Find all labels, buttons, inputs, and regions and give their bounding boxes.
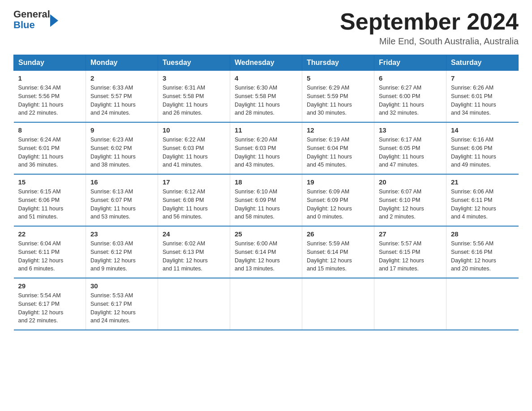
day-info: Sunrise: 5:59 AMSunset: 6:14 PMDaylight:… (307, 240, 369, 273)
calendar-cell: 24Sunrise: 6:02 AMSunset: 6:13 PMDayligh… (158, 226, 230, 278)
logo-arrow-icon (50, 14, 58, 27)
weekday-header-row: SundayMondayTuesdayWednesdayThursdayFrid… (14, 55, 519, 71)
month-title: September 2024 (340, 9, 519, 34)
day-number: 30 (90, 282, 153, 290)
location-subtitle: Mile End, South Australia, Australia (340, 36, 519, 47)
day-number: 4 (235, 74, 297, 82)
day-number: 19 (307, 178, 369, 186)
day-number: 25 (235, 230, 297, 238)
calendar-cell (302, 278, 374, 330)
day-number: 15 (18, 178, 82, 186)
day-number: 5 (307, 74, 369, 82)
calendar-cell (446, 278, 519, 330)
calendar-cell: 3Sunrise: 6:31 AMSunset: 5:58 PMDaylight… (158, 71, 230, 123)
weekday-header-thursday: Thursday (302, 55, 374, 71)
calendar-cell: 20Sunrise: 6:07 AMSunset: 6:10 PMDayligh… (374, 174, 446, 226)
calendar-cell (158, 278, 230, 330)
day-number: 21 (451, 178, 514, 186)
day-info: Sunrise: 6:00 AMSunset: 6:14 PMDaylight:… (235, 240, 297, 273)
day-number: 8 (18, 126, 82, 134)
day-info: Sunrise: 6:26 AMSunset: 6:01 PMDaylight:… (451, 84, 514, 117)
calendar-cell: 4Sunrise: 6:30 AMSunset: 5:58 PMDaylight… (230, 71, 302, 123)
calendar-cell: 29Sunrise: 5:54 AMSunset: 6:17 PMDayligh… (14, 278, 86, 330)
day-info: Sunrise: 6:06 AMSunset: 6:11 PMDaylight:… (451, 188, 514, 221)
day-number: 29 (18, 282, 82, 290)
day-info: Sunrise: 6:19 AMSunset: 6:04 PMDaylight:… (307, 136, 369, 169)
page-header: General Blue September 2024 Mile End, So… (13, 9, 519, 47)
calendar-cell: 17Sunrise: 6:12 AMSunset: 6:08 PMDayligh… (158, 174, 230, 226)
day-info: Sunrise: 6:16 AMSunset: 6:06 PMDaylight:… (451, 136, 514, 169)
day-info: Sunrise: 6:10 AMSunset: 6:09 PMDaylight:… (235, 188, 297, 221)
day-info: Sunrise: 6:30 AMSunset: 5:58 PMDaylight:… (235, 84, 297, 117)
day-number: 24 (163, 230, 225, 238)
day-info: Sunrise: 5:57 AMSunset: 6:15 PMDaylight:… (379, 240, 442, 273)
weekday-header-saturday: Saturday (446, 55, 519, 71)
day-number: 26 (307, 230, 369, 238)
day-info: Sunrise: 6:24 AMSunset: 6:01 PMDaylight:… (18, 136, 82, 169)
calendar-cell: 12Sunrise: 6:19 AMSunset: 6:04 PMDayligh… (302, 122, 374, 174)
calendar-cell: 11Sunrise: 6:20 AMSunset: 6:03 PMDayligh… (230, 122, 302, 174)
calendar-cell: 15Sunrise: 6:15 AMSunset: 6:06 PMDayligh… (14, 174, 86, 226)
day-info: Sunrise: 6:33 AMSunset: 5:57 PMDaylight:… (90, 84, 153, 117)
day-number: 23 (90, 230, 153, 238)
calendar-cell: 8Sunrise: 6:24 AMSunset: 6:01 PMDaylight… (14, 122, 86, 174)
logo-general: General (13, 9, 50, 20)
calendar-week-row: 1Sunrise: 6:34 AMSunset: 5:56 PMDaylight… (14, 71, 519, 123)
day-number: 22 (18, 230, 82, 238)
day-number: 7 (451, 74, 514, 82)
calendar-cell: 6Sunrise: 6:27 AMSunset: 6:00 PMDaylight… (374, 71, 446, 123)
day-number: 3 (163, 74, 225, 82)
calendar-cell: 2Sunrise: 6:33 AMSunset: 5:57 PMDaylight… (86, 71, 158, 123)
day-info: Sunrise: 6:12 AMSunset: 6:08 PMDaylight:… (163, 188, 225, 221)
calendar-cell: 23Sunrise: 6:03 AMSunset: 6:12 PMDayligh… (86, 226, 158, 278)
calendar-cell: 22Sunrise: 6:04 AMSunset: 6:11 PMDayligh… (14, 226, 86, 278)
day-number: 18 (235, 178, 297, 186)
day-info: Sunrise: 6:34 AMSunset: 5:56 PMDaylight:… (18, 84, 82, 117)
calendar-cell: 27Sunrise: 5:57 AMSunset: 6:15 PMDayligh… (374, 226, 446, 278)
calendar-cell: 28Sunrise: 5:56 AMSunset: 6:16 PMDayligh… (446, 226, 519, 278)
day-number: 1 (18, 74, 82, 82)
day-info: Sunrise: 6:07 AMSunset: 6:10 PMDaylight:… (379, 188, 442, 221)
calendar-week-row: 22Sunrise: 6:04 AMSunset: 6:11 PMDayligh… (14, 226, 519, 278)
day-number: 17 (163, 178, 225, 186)
logo-text: General Blue (13, 9, 50, 30)
day-info: Sunrise: 6:13 AMSunset: 6:07 PMDaylight:… (90, 188, 153, 221)
calendar-cell (230, 278, 302, 330)
title-block: September 2024 Mile End, South Australia… (340, 9, 519, 47)
calendar-cell: 9Sunrise: 6:23 AMSunset: 6:02 PMDaylight… (86, 122, 158, 174)
day-info: Sunrise: 6:03 AMSunset: 6:12 PMDaylight:… (90, 240, 153, 273)
day-number: 2 (90, 74, 153, 82)
day-info: Sunrise: 6:22 AMSunset: 6:03 PMDaylight:… (163, 136, 225, 169)
calendar-cell: 18Sunrise: 6:10 AMSunset: 6:09 PMDayligh… (230, 174, 302, 226)
day-number: 11 (235, 126, 297, 134)
calendar-cell: 19Sunrise: 6:09 AMSunset: 6:09 PMDayligh… (302, 174, 374, 226)
logo-blue-text: Blue (13, 20, 50, 30)
day-number: 9 (90, 126, 153, 134)
calendar-cell: 7Sunrise: 6:26 AMSunset: 6:01 PMDaylight… (446, 71, 519, 123)
day-info: Sunrise: 6:09 AMSunset: 6:09 PMDaylight:… (307, 188, 369, 221)
calendar-cell: 13Sunrise: 6:17 AMSunset: 6:05 PMDayligh… (374, 122, 446, 174)
calendar-cell: 21Sunrise: 6:06 AMSunset: 6:11 PMDayligh… (446, 174, 519, 226)
weekday-header-tuesday: Tuesday (158, 55, 230, 71)
day-number: 28 (451, 230, 514, 238)
calendar-cell: 14Sunrise: 6:16 AMSunset: 6:06 PMDayligh… (446, 122, 519, 174)
day-info: Sunrise: 6:15 AMSunset: 6:06 PMDaylight:… (18, 188, 82, 221)
day-info: Sunrise: 6:29 AMSunset: 5:59 PMDaylight:… (307, 84, 369, 117)
calendar-cell: 30Sunrise: 5:53 AMSunset: 6:17 PMDayligh… (86, 278, 158, 330)
calendar-cell: 10Sunrise: 6:22 AMSunset: 6:03 PMDayligh… (158, 122, 230, 174)
day-number: 16 (90, 178, 153, 186)
day-info: Sunrise: 6:27 AMSunset: 6:00 PMDaylight:… (379, 84, 442, 117)
day-info: Sunrise: 6:02 AMSunset: 6:13 PMDaylight:… (163, 240, 225, 273)
calendar-table: SundayMondayTuesdayWednesdayThursdayFrid… (13, 55, 519, 330)
day-info: Sunrise: 6:20 AMSunset: 6:03 PMDaylight:… (235, 136, 297, 169)
calendar-cell: 16Sunrise: 6:13 AMSunset: 6:07 PMDayligh… (86, 174, 158, 226)
day-info: Sunrise: 5:54 AMSunset: 6:17 PMDaylight:… (18, 291, 82, 325)
calendar-cell (374, 278, 446, 330)
weekday-header-wednesday: Wednesday (230, 55, 302, 71)
day-number: 14 (451, 126, 514, 134)
day-info: Sunrise: 5:56 AMSunset: 6:16 PMDaylight:… (451, 240, 514, 273)
day-number: 20 (379, 178, 442, 186)
day-info: Sunrise: 5:53 AMSunset: 6:17 PMDaylight:… (90, 291, 153, 325)
day-number: 6 (379, 74, 442, 82)
calendar-week-row: 29Sunrise: 5:54 AMSunset: 6:17 PMDayligh… (14, 278, 519, 330)
